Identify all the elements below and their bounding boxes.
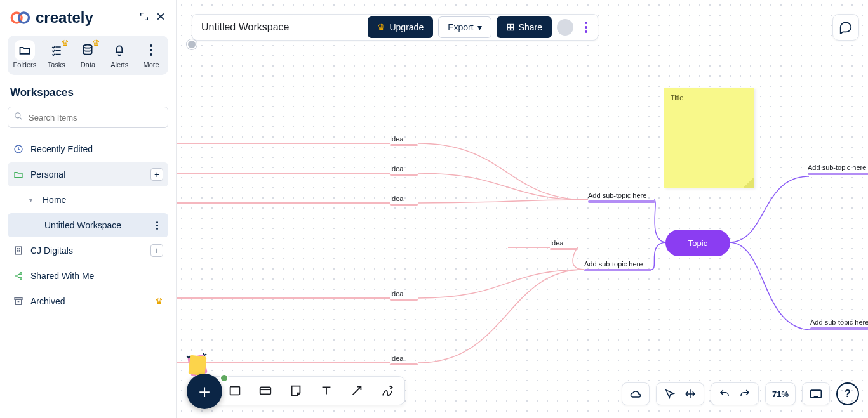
node-label: Idea [390,290,403,297]
chat-button[interactable] [832,14,859,41]
more-icon[interactable] [150,221,163,230]
edge-line [177,143,390,144]
node-label: Idea [390,195,403,202]
more-icon[interactable] [578,22,594,33]
tile-label: More [144,61,159,69]
svg-rect-19 [230,387,240,395]
arrow-tool[interactable] [349,382,365,399]
mindmap-subtopic[interactable]: Add sub-topic here [584,260,651,271]
nav-personal[interactable]: Personal + [8,162,168,186]
search-input[interactable] [8,107,168,128]
tile-data[interactable]: ♛ Data [72,42,103,69]
tile-alerts[interactable]: Alerts [104,42,135,69]
nav-shared[interactable]: Shared With Me [8,264,168,288]
zoom-pill[interactable]: 71% [765,382,796,405]
freehand-tool[interactable] [379,382,396,399]
crown-icon: ♛ [92,38,100,48]
progress-knob[interactable] [187,39,197,49]
tile-label: Tasks [48,61,65,69]
nav-cj-digitals[interactable]: CJ Digitals + [8,238,168,263]
node-label: Idea [390,165,403,173]
nav-home[interactable]: ▾ Home [8,188,168,212]
edge-line [177,202,390,204]
building-icon [13,245,24,256]
mindmap-subtopic[interactable]: Add sub-topic here [810,318,868,330]
svg-point-1 [19,13,29,23]
svg-rect-15 [507,28,510,30]
chevron-down-icon: ▾ [477,22,482,32]
tile-tasks[interactable]: ♛ Tasks [41,42,72,69]
mindmap-subtopic[interactable]: Add sub-topic here [588,192,655,203]
archive-icon [13,296,24,306]
mindmap-idea[interactable]: Idea [390,135,418,146]
keyboard-pill[interactable] [802,382,830,405]
nav-label: Home [43,195,66,205]
brand: creately [10,9,93,27]
workspaces-heading: Workspaces [10,86,166,99]
add-button[interactable]: + [150,168,163,181]
tile-label: Data [81,61,95,69]
node-label: Idea [550,239,563,247]
mindmap-subtopic[interactable]: Add sub-topic here [808,164,868,175]
note-tool[interactable] [288,382,304,399]
history-pill [711,382,759,405]
crown-icon: ♛ [377,22,385,32]
folder-icon [13,169,24,180]
canvas[interactable]: Untitled Workspace ♛ Upgrade Export ▾ Sh… [177,0,868,418]
expand-icon[interactable] [139,11,149,24]
share-button[interactable]: Share [497,16,552,38]
redo-icon[interactable] [738,388,752,400]
workspace-title[interactable]: Untitled Workspace [201,22,363,33]
crown-icon: ♛ [61,38,69,48]
folder-icon [17,42,33,58]
mindmap-idea[interactable]: Idea [390,195,418,206]
mindmap-connectors [177,0,868,418]
avatar[interactable] [557,19,573,36]
svg-rect-13 [507,24,510,27]
sidebar: creately Folders ♛ Tasks ♛ [0,0,177,418]
svg-rect-8 [15,247,21,254]
tile-folders[interactable]: Folders [10,42,40,69]
status-dot [220,374,229,382]
cloud-pill [622,382,650,405]
upgrade-button[interactable]: ♛ Upgrade [368,16,433,38]
edge-line [177,297,390,299]
svg-rect-18 [189,355,207,376]
close-icon[interactable] [156,11,166,24]
mindmap-topic[interactable]: Topic [665,230,730,256]
nav-recently-edited[interactable]: Recently Edited [8,137,168,161]
add-button[interactable]: + [150,244,163,257]
mindmap-idea[interactable]: Idea [550,239,578,250]
help-button[interactable]: ? [836,382,859,405]
undo-icon[interactable] [718,388,731,400]
pan-icon[interactable] [683,388,697,400]
bottom-right-controls: 71% ? [622,382,859,405]
mindmap-idea[interactable]: Idea [390,290,418,301]
mindmap-idea[interactable]: Idea [390,355,418,365]
sticky-note[interactable]: Title [664,88,754,188]
rect-tool[interactable] [227,382,243,399]
topbar: Untitled Workspace ♛ Upgrade Export ▾ Sh… [192,14,598,41]
svg-rect-16 [511,28,513,30]
node-label: Idea [390,355,403,362]
mindmap-idea[interactable]: Idea [390,165,418,176]
more-icon [143,42,159,58]
card-tool[interactable] [257,382,274,399]
cloud-icon[interactable] [629,388,643,400]
svg-point-9 [15,275,17,277]
svg-rect-12 [15,298,22,300]
edge-line [508,247,550,248]
nav-archived[interactable]: Archived ♛ [8,289,168,313]
add-fab[interactable]: ＋ [187,374,222,409]
clock-icon [13,144,24,154]
nav-label: Archived [30,296,65,306]
cursor-icon[interactable] [663,388,677,400]
text-tool[interactable] [318,382,335,399]
logo-icon [10,11,32,25]
nav-label: Personal [30,169,65,180]
nav-pill [656,382,704,405]
tile-more[interactable]: More [136,42,166,69]
tile-label: Alerts [110,61,128,69]
export-button[interactable]: Export ▾ [438,16,491,38]
nav-current-doc[interactable]: Untitled Workspace [8,213,168,237]
